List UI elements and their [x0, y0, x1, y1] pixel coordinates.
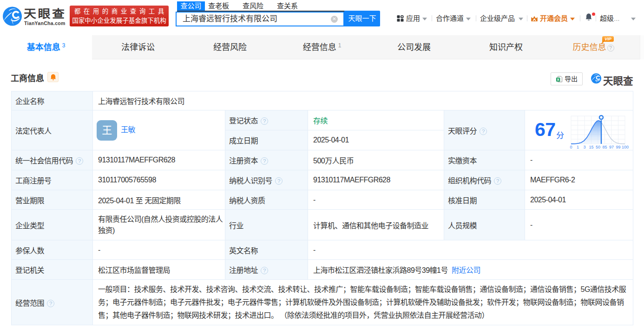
svg-text:3: 3: [583, 145, 585, 149]
svg-text:100: 100: [622, 145, 629, 149]
svg-text:0: 0: [570, 145, 572, 149]
svg-text:97: 97: [609, 145, 614, 149]
svg-text:50: 50: [596, 145, 600, 149]
svg-text:99: 99: [616, 145, 620, 149]
svg-text:85: 85: [602, 145, 607, 149]
svg-text:1: 1: [577, 145, 579, 149]
svg-text:15: 15: [589, 145, 593, 149]
